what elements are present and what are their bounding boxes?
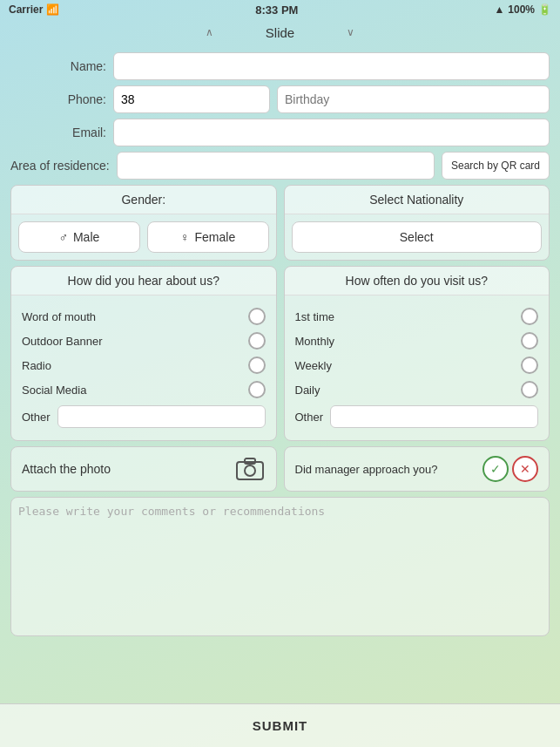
status-left: Carrier 📶	[9, 3, 59, 16]
phone-label: Phone:	[10, 92, 106, 106]
email-label: Email:	[10, 126, 106, 139]
phone-row: Phone:	[10, 85, 550, 113]
hear-about-content: Word of mouth Outdoor Banner Radio Socia…	[11, 295, 276, 440]
option-radio: Radio	[22, 359, 51, 372]
female-label: Female	[195, 230, 236, 244]
option-1st-time: 1st time	[295, 310, 335, 323]
submit-button[interactable]: SUBMIT	[253, 718, 308, 733]
manager-box: Did manager approach you? ✓ ✕	[284, 446, 550, 492]
birthday-input[interactable]	[277, 85, 550, 113]
option-monthly: Monthly	[295, 335, 335, 348]
email-input[interactable]	[113, 119, 550, 146]
slide-title: Slide	[266, 25, 294, 40]
list-item: Daily	[292, 379, 543, 400]
chevron-down-icon[interactable]: ∨	[347, 26, 354, 38]
attach-label: Attach the photo	[22, 462, 111, 476]
radio-outdoor-banner[interactable]	[248, 332, 266, 350]
visit-other-row: Other	[292, 404, 543, 430]
option-daily: Daily	[295, 384, 320, 397]
hear-about-list: Word of mouth Outdoor Banner Radio Socia…	[18, 302, 269, 433]
gender-buttons: ♂ Male ♀ Female	[18, 221, 269, 253]
option-social-media: Social Media	[22, 384, 86, 397]
gender-header: Gender:	[11, 186, 276, 214]
manager-yes-button[interactable]: ✓	[482, 456, 509, 482]
svg-point-1	[245, 465, 255, 476]
submit-bar: SUBMIT	[0, 703, 560, 747]
male-icon: ♂	[58, 230, 68, 244]
radio-monthly[interactable]	[521, 332, 538, 350]
nationality-content: Select	[285, 214, 550, 260]
hear-other-input[interactable]	[57, 405, 266, 428]
male-button[interactable]: ♂ Male	[18, 221, 140, 253]
radio-weekly[interactable]	[521, 357, 538, 374]
battery-label: 100%	[508, 3, 535, 16]
list-item: 1st time	[292, 306, 543, 327]
nav-bar: ∧ Slide ∨	[0, 19, 560, 45]
hear-about-section: How did you hear about us? Word of mouth…	[10, 266, 277, 441]
gender-nationality-row: Gender: ♂ Male ♀ Female Select Nationali…	[10, 185, 550, 261]
camera-icon	[235, 457, 265, 481]
email-row: Email:	[10, 119, 550, 146]
nationality-section: Select Nationality Select	[284, 185, 550, 261]
manager-buttons: ✓ ✕	[482, 456, 538, 482]
option-weekly: Weekly	[295, 359, 332, 372]
nationality-select-button[interactable]: Select	[292, 221, 543, 253]
form-container: Name: Phone: Email: Area of residence: S…	[0, 45, 560, 643]
list-item: Radio	[18, 355, 269, 376]
female-icon: ♀	[180, 230, 190, 244]
female-button[interactable]: ♀ Female	[147, 221, 269, 253]
radio-social-media[interactable]	[248, 381, 266, 398]
attach-photo-box[interactable]: Attach the photo	[10, 446, 277, 492]
visit-section: How often do you visit us? 1st time Mont…	[284, 266, 550, 441]
hear-about-header: How did you hear about us?	[11, 267, 276, 295]
option-word-of-mouth: Word of mouth	[22, 310, 96, 323]
radio-radio[interactable]	[248, 357, 266, 374]
status-time: 8:33 PM	[255, 3, 298, 17]
manager-no-button[interactable]: ✕	[512, 456, 538, 482]
list-item: Outdoor Banner	[18, 330, 269, 351]
hear-other-row: Other	[18, 404, 269, 430]
chevron-up-icon[interactable]: ∧	[206, 26, 213, 38]
radio-daily[interactable]	[521, 381, 538, 398]
comments-box	[10, 497, 550, 636]
list-item: Social Media	[18, 379, 269, 400]
visit-other-input[interactable]	[330, 405, 538, 428]
name-input[interactable]	[113, 52, 550, 80]
option-outdoor-banner: Outdoor Banner	[22, 335, 103, 348]
male-label: Male	[73, 230, 99, 244]
x-icon: ✕	[520, 462, 530, 476]
comments-textarea[interactable]	[18, 505, 542, 628]
list-item: Monthly	[292, 330, 543, 351]
radio-1st-time[interactable]	[521, 308, 538, 325]
gender-content: ♂ Male ♀ Female	[11, 214, 276, 260]
hear-other-label: Other	[22, 411, 51, 424]
gender-section: Gender: ♂ Male ♀ Female	[10, 185, 277, 261]
status-right: ▲ 100% 🔋	[494, 3, 551, 16]
battery-icon: 🔋	[538, 3, 551, 16]
visit-content: 1st time Monthly Weekly Daily	[285, 295, 550, 440]
area-label: Area of residence:	[10, 159, 110, 173]
phone-input[interactable]	[113, 85, 270, 113]
nationality-header: Select Nationality	[285, 186, 550, 214]
check-icon: ✓	[490, 462, 501, 476]
location-icon: ▲	[494, 3, 504, 16]
carrier-label: Carrier	[9, 3, 43, 16]
visit-header: How often do you visit us?	[285, 267, 550, 295]
visit-list: 1st time Monthly Weekly Daily	[292, 302, 543, 433]
name-row: Name:	[10, 52, 550, 80]
radio-word-of-mouth[interactable]	[248, 308, 266, 325]
area-input[interactable]	[117, 152, 435, 180]
manager-label: Did manager approach you?	[295, 463, 438, 476]
name-label: Name:	[10, 59, 106, 73]
visit-other-label: Other	[295, 411, 324, 424]
status-bar: Carrier 📶 8:33 PM ▲ 100% 🔋	[0, 0, 560, 19]
qr-button[interactable]: Search by QR card	[442, 152, 550, 180]
attach-manager-row: Attach the photo Did manager approach yo…	[10, 446, 550, 492]
wifi-icon: 📶	[46, 3, 59, 16]
area-row: Area of residence: Search by QR card	[10, 152, 550, 180]
list-item: Word of mouth	[18, 306, 269, 327]
list-item: Weekly	[292, 355, 543, 376]
hear-visit-row: How did you hear about us? Word of mouth…	[10, 266, 550, 441]
